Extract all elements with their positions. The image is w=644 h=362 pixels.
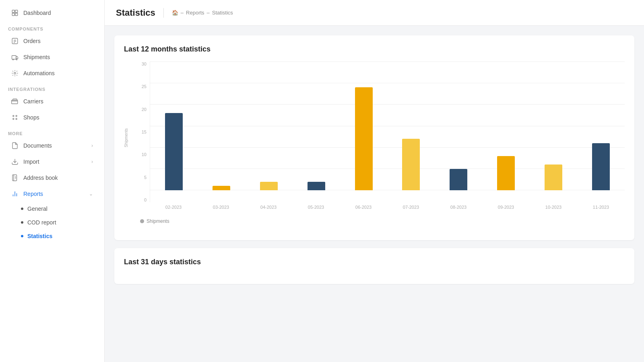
y-label: 25 xyxy=(134,84,150,89)
svg-rect-4 xyxy=(12,38,18,44)
bar[interactable] xyxy=(592,143,610,190)
statistics-dot xyxy=(21,235,23,237)
chart-inner: 02-202303-202304-202305-202306-202307-20… xyxy=(150,62,625,214)
more-section-label: MORE xyxy=(0,125,104,138)
bar[interactable] xyxy=(308,182,325,190)
bar[interactable] xyxy=(497,156,515,190)
sidebar-item-shops[interactable]: Shops xyxy=(3,110,101,125)
documents-chevron-icon: › xyxy=(91,143,93,148)
y-axis-label-container: Shipments xyxy=(124,62,132,214)
svg-point-9 xyxy=(12,59,13,60)
bar-group xyxy=(482,62,530,190)
import-icon xyxy=(11,158,19,165)
bar[interactable] xyxy=(450,169,467,190)
shipments-icon xyxy=(11,53,19,61)
svg-rect-1 xyxy=(15,10,18,12)
bar-group xyxy=(388,62,435,190)
bar-group xyxy=(340,62,388,190)
integrations-section-label: INTEGRATIONS xyxy=(0,81,104,93)
card-31days: Last 31 days statistics xyxy=(114,248,634,284)
y-label: 15 xyxy=(134,130,150,134)
y-label: 20 xyxy=(134,107,150,112)
sidebar-sub-item-statistics[interactable]: Statistics xyxy=(3,230,101,243)
breadcrumb-separator-line xyxy=(163,8,164,18)
svg-rect-12 xyxy=(12,100,18,104)
bar-group xyxy=(198,62,245,190)
documents-icon xyxy=(11,142,19,149)
x-label: 07-2023 xyxy=(387,202,435,214)
breadcrumb-current: Statistics xyxy=(212,10,233,16)
y-axis: 051015202530 xyxy=(134,62,150,214)
bar[interactable] xyxy=(213,186,230,190)
bar[interactable] xyxy=(355,87,373,190)
svg-point-13 xyxy=(13,115,14,117)
sidebar-item-automations[interactable]: Automations xyxy=(3,66,101,81)
x-label: 08-2023 xyxy=(435,202,482,214)
chart-legend: Shipments xyxy=(124,218,625,224)
bar[interactable] xyxy=(165,113,183,190)
svg-point-16 xyxy=(16,118,17,119)
y-axis-label: Shipments xyxy=(124,128,128,147)
bars-area xyxy=(150,62,625,202)
svg-point-10 xyxy=(16,59,17,60)
svg-point-11 xyxy=(14,72,16,74)
y-label: 30 xyxy=(134,62,150,66)
reports-chevron-icon: ⌄ xyxy=(89,191,93,197)
breadcrumb: 🏠 – Reports – Statistics xyxy=(172,10,233,16)
import-chevron-icon: › xyxy=(91,159,93,165)
bar[interactable] xyxy=(545,165,562,190)
reports-icon xyxy=(11,190,19,197)
sidebar-sub-item-cod-report[interactable]: COD report xyxy=(3,216,101,229)
general-dot xyxy=(21,208,23,210)
dashboard-icon xyxy=(11,9,19,16)
svg-rect-0 xyxy=(12,10,14,12)
sidebar-item-reports[interactable]: Reports ⌄ xyxy=(3,186,101,202)
legend-dot xyxy=(140,219,144,223)
x-label: 06-2023 xyxy=(340,202,387,214)
bar-group xyxy=(435,62,482,190)
bar-group xyxy=(577,62,625,190)
sidebar-item-dashboard[interactable]: Dashboard xyxy=(3,5,101,21)
carriers-icon xyxy=(11,98,19,105)
sidebar-sub-item-general[interactable]: General xyxy=(3,202,101,215)
components-section-label: COMPONENTS xyxy=(0,21,104,33)
sidebar-item-addressbook[interactable]: Address book xyxy=(3,170,101,185)
card-12months: Last 12 months statistics Shipments 0510… xyxy=(114,35,634,240)
bar-group xyxy=(530,62,577,190)
automations-icon xyxy=(11,70,19,77)
sidebar-item-carriers[interactable]: Carriers xyxy=(3,94,101,109)
home-icon[interactable]: 🏠 xyxy=(172,10,178,16)
svg-rect-18 xyxy=(12,175,17,181)
bar[interactable] xyxy=(260,182,278,190)
breadcrumb-sep2: – xyxy=(207,10,210,16)
svg-point-14 xyxy=(16,115,17,117)
x-label: 04-2023 xyxy=(245,202,292,214)
content-area: Last 12 months statistics Shipments 0510… xyxy=(105,26,644,362)
x-label: 11-2023 xyxy=(577,202,625,214)
svg-rect-3 xyxy=(15,13,18,16)
x-label: 05-2023 xyxy=(292,202,340,214)
bar-group xyxy=(245,62,293,190)
svg-point-15 xyxy=(13,118,14,119)
sidebar-item-shipments[interactable]: Shipments xyxy=(3,49,101,65)
sidebar-item-orders[interactable]: Orders xyxy=(3,33,101,49)
svg-rect-8 xyxy=(12,56,17,59)
chart-area: Shipments 051015202530 02-202303-202304-… xyxy=(124,62,625,214)
x-label: 03-2023 xyxy=(197,202,245,214)
bar[interactable] xyxy=(402,139,420,190)
orders-icon xyxy=(11,37,19,45)
page-title: Statistics xyxy=(116,8,155,18)
card-12months-title: Last 12 months statistics xyxy=(124,45,625,53)
cod-report-dot xyxy=(21,221,23,224)
shops-icon xyxy=(11,114,19,121)
breadcrumb-reports-link[interactable]: Reports xyxy=(186,10,204,16)
sidebar: Dashboard COMPONENTS Orders Shipments xyxy=(0,0,105,362)
addressbook-icon xyxy=(11,174,19,181)
main-content: Statistics 🏠 – Reports – Statistics Last… xyxy=(105,0,644,362)
y-label: 5 xyxy=(134,175,150,180)
bar-group xyxy=(293,62,340,190)
sidebar-item-import[interactable]: Import › xyxy=(3,154,101,169)
sidebar-item-documents[interactable]: Documents › xyxy=(3,138,101,153)
y-label: 10 xyxy=(134,152,150,157)
breadcrumb-sep1: – xyxy=(181,10,184,16)
